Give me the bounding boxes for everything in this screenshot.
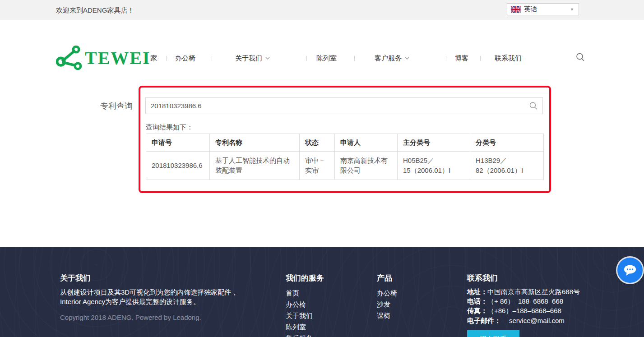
nav-separator xyxy=(480,56,481,61)
header-search-icon[interactable] xyxy=(575,52,585,62)
footer-link-home[interactable]: 首页 xyxy=(286,289,299,298)
col-header-class: 分类号 xyxy=(470,134,544,152)
nav-item-about-us[interactable]: 关于我们 xyxy=(235,54,270,63)
cell-patent-name: 基于人工智能技术的自动装配装置 xyxy=(210,151,300,180)
uk-flag-icon xyxy=(511,6,521,13)
chevron-down-icon xyxy=(265,57,270,60)
nav-item-blog[interactable]: 博客 xyxy=(455,54,468,63)
nav-separator xyxy=(306,56,307,61)
footer-products-heading: 产品 xyxy=(377,273,392,283)
language-dropdown-arrow-icon: ▼ xyxy=(570,7,574,12)
live-chat-button[interactable] xyxy=(617,258,643,283)
contact-phone: 电话：（+ 86）–188–6868–668 xyxy=(467,297,563,306)
language-label: 英语 xyxy=(524,5,570,14)
table-row: 201810323986.6 基于人工智能技术的自动装配装置 审中－实审 南京高… xyxy=(146,151,544,180)
nav-separator xyxy=(354,56,355,61)
col-header-patent-name: 专利名称 xyxy=(210,134,300,152)
nav-item-office-chair[interactable]: 办公椅 xyxy=(175,54,195,63)
footer-link-product-class-chair[interactable]: 课椅 xyxy=(377,312,390,320)
nav-item-contact-us[interactable]: 联系我们 xyxy=(495,54,522,63)
patent-query-panel: 查询结果如下： 申请号 专利名称 状态 申请人 主分类号 分类号 2018103… xyxy=(139,86,551,193)
nav-item-home[interactable]: 家 xyxy=(150,54,157,63)
footer-contact-heading: 联系我们 xyxy=(467,273,498,283)
chat-bubble-icon xyxy=(623,264,637,277)
contact-address: 地址：中国南京市高新区星火路688号 xyxy=(467,288,580,296)
nav-separator xyxy=(212,56,212,61)
patent-query-label: 专利查询 xyxy=(100,101,133,111)
footer-services-heading: 我们的服务 xyxy=(286,273,324,283)
footer-about-heading: 关于我们 xyxy=(60,273,91,283)
patent-search-box xyxy=(145,97,543,114)
footer-link-after-sales[interactable]: 售后服务 xyxy=(286,334,313,337)
welcome-message: 欢迎来到ADENG家具店！ xyxy=(56,6,134,15)
contact-fax: 传真：（+86）–188–6868–668 xyxy=(467,307,561,315)
chevron-down-icon xyxy=(405,57,409,60)
language-selector[interactable]: 英语 ▼ xyxy=(507,3,579,15)
contact-now-button[interactable]: 现在联系 xyxy=(467,330,519,337)
col-header-main-class: 主分类号 xyxy=(398,134,470,152)
table-header-row: 申请号 专利名称 状态 申请人 主分类号 分类号 xyxy=(146,134,544,152)
cell-status: 审中－实审 xyxy=(300,151,335,180)
logo-text: TEWEI xyxy=(85,49,151,67)
site-logo[interactable]: TEWEI xyxy=(56,46,151,71)
footer-link-product-sofa[interactable]: 沙发 xyxy=(377,300,390,309)
col-header-applicant: 申请人 xyxy=(335,134,398,152)
top-bar: 欢迎来到ADENG家具店！ 英语 ▼ xyxy=(0,0,644,20)
nav-item-customer-service[interactable]: 客户服务 xyxy=(375,54,409,63)
logo-molecule-icon xyxy=(56,46,84,71)
footer-link-office-chair[interactable]: 办公椅 xyxy=(286,300,306,309)
footer-copyright: Copyright 2018 ADENG. Powered by Leadong… xyxy=(60,314,201,321)
footer-link-product-office-chair[interactable]: 办公椅 xyxy=(377,289,397,298)
results-label: 查询结果如下： xyxy=(146,123,193,132)
col-header-status: 状态 xyxy=(300,134,335,152)
footer-link-showroom[interactable]: 陈列室 xyxy=(286,323,306,332)
cell-application-no: 201810323986.6 xyxy=(146,151,210,180)
nav-separator xyxy=(166,56,167,61)
patent-search-input[interactable] xyxy=(146,98,542,114)
cell-main-class: H05B25／ 15（2006.01）I xyxy=(398,151,470,180)
patent-results-table: 申请号 专利名称 状态 申请人 主分类号 分类号 201810323986.6 … xyxy=(146,134,544,180)
footer-about-description: 从创建设计项目及其3D可视化到为您的内饰选择独家配件，Interior Agen… xyxy=(60,287,252,307)
site-header: TEWEI 家 办公椅 关于我们 陈列室 客户服务 博客 联系我们 xyxy=(0,20,644,58)
footer-link-about-us[interactable]: 关于我们 xyxy=(286,312,313,320)
contact-email: 电子邮件：service@mail.com xyxy=(467,317,565,325)
cell-class: H13B29／ 82（2006.01）I xyxy=(470,151,544,180)
nav-separator xyxy=(446,56,446,61)
col-header-application-no: 申请号 xyxy=(146,134,210,152)
nav-item-showroom[interactable]: 陈列室 xyxy=(316,54,337,63)
cell-applicant: 南京高新技术有限公司 xyxy=(335,151,398,180)
search-icon[interactable] xyxy=(529,102,538,111)
